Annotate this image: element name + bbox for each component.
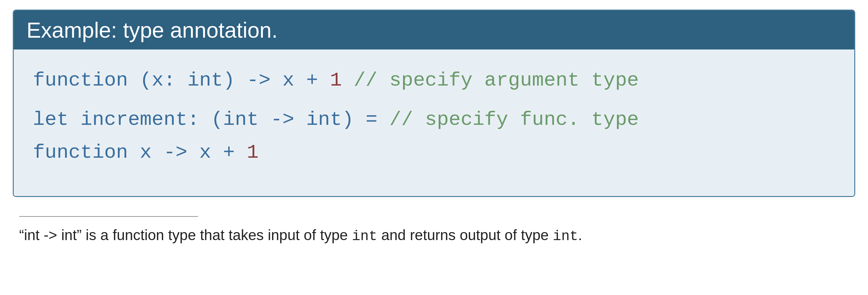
comment-text-2: specify func. type <box>425 108 639 131</box>
footnote-divider <box>19 216 198 217</box>
footnote-text: “int -> int” is a function type that tak… <box>19 225 849 247</box>
arrow-2: -> <box>259 108 306 131</box>
let-increment: increment: ( <box>69 108 223 131</box>
equals-2: ) = <box>342 108 389 131</box>
type-int-2a: int <box>223 108 259 131</box>
type-int-2b: int <box>306 108 342 131</box>
footnote-middle: and returns output of type <box>377 227 553 243</box>
footnote-after: . <box>578 227 582 243</box>
code-line-1: function (x: int) -> x + 1 // specify ar… <box>33 65 835 95</box>
code-box: Example: type annotation. function (x: i… <box>13 9 855 197</box>
keyword-function-2: function <box>33 141 128 164</box>
comment-prefix-2: // <box>389 108 425 131</box>
number-1: 1 <box>330 69 342 92</box>
code-body-3: x -> x + <box>128 141 247 164</box>
code-line-3: function x -> x + 1 <box>33 138 835 167</box>
code-line-2: let increment: (int -> int) = // specify… <box>33 105 835 134</box>
code-line-group-2: let increment: (int -> int) = // specify… <box>33 105 835 167</box>
slide-title: Example: type annotation. <box>27 18 841 42</box>
footnote-area: “int -> int” is a function type that tak… <box>13 216 855 247</box>
keyword-let: let <box>33 108 69 131</box>
footnote-code2: int <box>553 228 578 244</box>
code-line-group-1: function (x: int) -> x + 1 // specify ar… <box>33 65 835 95</box>
number-2: 1 <box>247 141 259 164</box>
comment-prefix-1: // <box>342 69 389 92</box>
footnote-code1: int <box>352 228 377 244</box>
code-args-1: (x: <box>128 69 187 92</box>
keyword-function-1: function <box>33 69 128 92</box>
code-box-header: Example: type annotation. <box>14 10 854 50</box>
type-int-1: int <box>187 69 223 92</box>
footnote-before: “int -> int” is a function type that tak… <box>19 227 352 243</box>
code-box-body: function (x: int) -> x + 1 // specify ar… <box>14 50 854 196</box>
code-arrow-1: ) -> x + <box>223 69 330 92</box>
comment-text-1: specify argument type <box>389 69 639 92</box>
slide-container: Example: type annotation. function (x: i… <box>13 9 855 247</box>
